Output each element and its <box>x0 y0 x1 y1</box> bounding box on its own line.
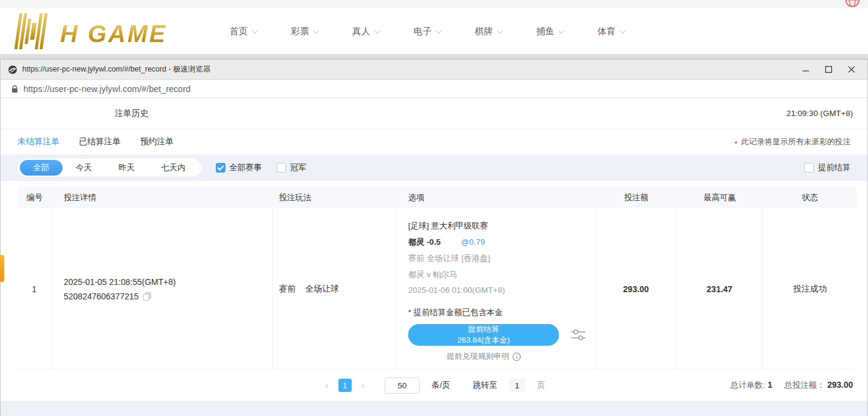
chevron-down-icon <box>558 28 564 34</box>
window-title-bar: https://user-pc-new.jylywl.com/#/bet_rec… <box>1 60 867 80</box>
logo-text: H GAME <box>60 22 167 49</box>
bottom-strip <box>1 401 867 416</box>
option-match: 都灵 v 帕尔马 <box>408 269 587 280</box>
window-title: https://user-pc-new.jylywl.com/#/bet_rec… <box>22 64 210 75</box>
option-pick: 都灵 -0.5 <box>408 237 441 246</box>
url-text: https://user-pc-new.jylywl.com/#/bet_rec… <box>23 84 191 94</box>
next-page-icon[interactable]: › <box>359 380 367 391</box>
option-odds: @0.79 <box>461 237 485 246</box>
cashout-row: 提前结算 263.84(含本金) <box>408 324 587 346</box>
jump-label: 跳转至 <box>473 380 498 391</box>
cashout-button-amount: 263.84(含本金) <box>457 335 510 346</box>
main-nav: 首页 彩票 真人 电子 棋牌 捕鱼 体育 <box>230 26 624 37</box>
nav-label: 真人 <box>352 26 370 37</box>
date-filter-group: 全部 今天 昨天 七天内 <box>17 159 201 177</box>
chevron-down-icon <box>313 28 319 34</box>
site-logo[interactable]: H GAME <box>17 13 209 49</box>
globe-icon <box>8 65 17 75</box>
checkbox-unchecked-icon <box>277 163 286 173</box>
minimize-icon[interactable] <box>801 66 810 74</box>
option-league: [足球] 意大利甲级联赛 <box>408 221 587 231</box>
cashout-note: * 提前结算金额已包含本金 <box>408 307 587 318</box>
hh-game-logo-icon <box>14 13 57 49</box>
copy-icon[interactable] <box>142 292 152 301</box>
browser-window: https://user-pc-new.jylywl.com/#/bet_rec… <box>0 59 868 416</box>
cell-max-win: 231.47 <box>677 209 763 369</box>
cashout-rule-link[interactable]: 提前兑现规则申明 <box>408 351 560 362</box>
bet-id: 5208247606377215 <box>64 289 139 304</box>
option-match-time: 2025-01-06 01:00(GMT+8) <box>408 286 587 295</box>
pager: ‹ 1 › 条/页 跳转至 页 <box>323 378 545 394</box>
globe-partial-icon[interactable] <box>845 0 860 10</box>
maximize-icon[interactable] <box>824 66 833 74</box>
prev-page-icon[interactable]: ‹ <box>323 380 331 391</box>
nav-item-slots[interactable]: 电子 <box>414 26 440 37</box>
top-strip <box>0 0 868 8</box>
col-header-stake: 投注额 <box>596 192 677 203</box>
window-controls <box>801 66 860 74</box>
cell-no: 1 <box>17 209 52 369</box>
clock: 21:09:30 (GMT+8) <box>786 109 853 118</box>
tab-reserved[interactable]: 预约注单 <box>140 136 174 147</box>
close-icon[interactable] <box>847 66 855 74</box>
date-filter-today[interactable]: 今天 <box>63 160 105 176</box>
tab-note: • 此记录将显示所有未派彩的投注 <box>735 136 851 147</box>
nav-item-live[interactable]: 真人 <box>352 26 379 37</box>
nav-label: 捕鱼 <box>536 26 554 37</box>
url-bar[interactable]: https://user-pc-new.jylywl.com/#/bet_rec… <box>1 80 867 98</box>
page-number-1[interactable]: 1 <box>338 379 352 392</box>
nav-label: 棋牌 <box>475 26 493 37</box>
total-count-label: 总计单数: <box>730 381 765 390</box>
nav-label: 体育 <box>598 26 616 37</box>
all-events-label: 全部赛事 <box>230 162 262 173</box>
filter-row: 全部 今天 昨天 七天内 全部赛事 冠军 提前结算 <box>1 154 867 181</box>
early-settle-checkbox[interactable]: 提前结算 <box>804 162 851 173</box>
jump-page-input[interactable] <box>509 378 525 393</box>
header-gap <box>0 54 868 59</box>
tab-settled[interactable]: 已结算注单 <box>79 136 121 147</box>
nav-item-sports[interactable]: 体育 <box>598 26 624 37</box>
nav-item-lottery[interactable]: 彩票 <box>291 26 317 37</box>
cashout-button[interactable]: 提前结算 263.84(含本金) <box>408 324 559 346</box>
site-header: H GAME 首页 彩票 真人 电子 棋牌 捕鱼 体育 <box>0 8 868 54</box>
checkbox-checked-icon <box>216 163 225 173</box>
date-filter-7days[interactable]: 七天内 <box>148 160 199 176</box>
table-header-row: 编号 投注详情 投注玩法 选项 投注额 最高可赢 状态 <box>17 187 857 209</box>
col-header-status: 状态 <box>763 192 857 203</box>
date-filter-yesterday[interactable]: 昨天 <box>105 160 148 176</box>
nav-item-fishing[interactable]: 捕鱼 <box>536 26 563 37</box>
nav-item-cards[interactable]: 棋牌 <box>475 26 501 37</box>
cashout-rule-text: 提前兑现规则申明 <box>447 351 509 362</box>
total-stake: 总投注额：293.00 <box>784 380 853 391</box>
lock-icon <box>11 85 18 93</box>
side-float-tab[interactable] <box>0 255 4 282</box>
chevron-down-icon <box>374 28 381 34</box>
champion-checkbox[interactable]: 冠军 <box>277 162 307 173</box>
nav-label: 彩票 <box>291 26 309 37</box>
total-count: 总计单数:1 <box>730 380 772 391</box>
tune-slider-icon[interactable] <box>570 327 587 343</box>
chevron-down-icon <box>252 28 258 34</box>
pagination-bar: ‹ 1 › 条/页 跳转至 页 总计单数:1 总投注额：293.00 <box>1 370 867 401</box>
date-filter-all[interactable]: 全部 <box>20 160 63 176</box>
checkbox-unchecked-icon <box>804 163 814 173</box>
nav-item-home[interactable]: 首页 <box>230 26 256 37</box>
cell-play-type: 赛前 全场让球 <box>273 209 396 369</box>
option-pick-line: 都灵 -0.5 @0.79 <box>408 237 587 248</box>
champion-label: 冠军 <box>290 162 307 173</box>
chevron-down-icon <box>620 28 626 34</box>
per-page-label: 条/页 <box>432 380 450 391</box>
table-row: 1 2025-01-05 21:08:55(GMT+8) 52082476063… <box>17 209 857 370</box>
info-icon <box>512 352 521 361</box>
cell-bet-detail: 2025-01-05 21:08:55(GMT+8) 5208247606377… <box>52 209 273 369</box>
page-size-input[interactable] <box>385 378 420 394</box>
tabs-row: 未结算注单 已结算注单 预约注单 • 此记录将显示所有未派彩的投注 <box>1 129 867 154</box>
tab-unsettled[interactable]: 未结算注单 <box>17 136 60 147</box>
cashout-button-title: 提前结算 <box>468 324 500 335</box>
col-header-no: 编号 <box>17 192 52 203</box>
all-events-checkbox[interactable]: 全部赛事 <box>216 162 262 173</box>
totals: 总计单数:1 总投注额：293.00 <box>730 380 853 391</box>
col-header-detail: 投注详情 <box>52 192 273 203</box>
page-header: 注单历史 21:09:30 (GMT+8) <box>1 98 867 129</box>
nav-label: 电子 <box>414 26 432 37</box>
